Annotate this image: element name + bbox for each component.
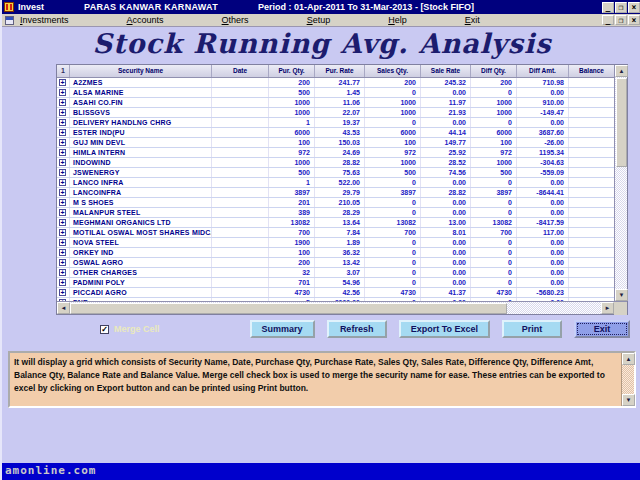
table-row[interactable]: +NOVA STEEL19001.8900.0000.00 — [57, 238, 614, 248]
menu-item-investments[interactable]: Investments — [20, 15, 69, 25]
cell-pur-rate: 3.07 — [315, 268, 365, 277]
expand-plus-icon[interactable]: + — [59, 289, 66, 296]
cell-diff-amt: -26.00 — [517, 138, 569, 147]
expand-plus-icon[interactable]: + — [59, 209, 66, 216]
expand-plus-icon[interactable]: + — [59, 159, 66, 166]
column-header-pur-rate[interactable]: Pur. Rate — [315, 65, 365, 77]
expand-plus-icon[interactable]: + — [59, 149, 66, 156]
mdi-restore-icon[interactable]: ❐ — [615, 15, 627, 25]
expand-plus-icon[interactable]: + — [59, 189, 66, 196]
expand-plus-icon[interactable]: + — [59, 139, 66, 146]
cell-sales-qty: 13082 — [365, 218, 421, 227]
cell-pur-rate: 24.69 — [315, 148, 365, 157]
expand-plus-icon[interactable]: + — [59, 229, 66, 236]
expand-plus-icon[interactable]: + — [59, 119, 66, 126]
column-header-pur-qty[interactable]: Pur. Qty. — [269, 65, 315, 77]
scroll-up-icon[interactable]: ▲ — [615, 65, 628, 77]
table-row[interactable]: +INDOWIND100028.82100028.521000-304.63 — [57, 158, 614, 168]
menu-item-accounts[interactable]: Accounts — [127, 15, 164, 25]
description-scrollbar[interactable]: ▲ ▼ — [621, 353, 634, 406]
restore-icon[interactable]: ❐ — [615, 2, 627, 13]
cell-diff-amt: 0.00 — [517, 208, 569, 217]
table-row[interactable]: +MOTILAL OSWAL MOST SHARES MIDCAI7007.84… — [57, 228, 614, 238]
menu-item-exit[interactable]: Exit — [465, 15, 480, 25]
table-row[interactable]: +OSWAL AGRO20013.4200.0000.00 — [57, 258, 614, 268]
expand-plus-icon[interactable]: + — [59, 239, 66, 246]
expand-plus-icon[interactable]: + — [59, 79, 66, 86]
desc-scroll-down-icon[interactable]: ▼ — [622, 394, 635, 406]
table-row[interactable]: +LANCO INFRA1522.0000.0000.00 — [57, 178, 614, 188]
expand-plus-icon[interactable]: + — [59, 259, 66, 266]
scroll-down-icon[interactable]: ▼ — [615, 289, 628, 301]
row-selector-cell: + — [57, 78, 70, 87]
cell-pur-rate: 13.42 — [315, 258, 365, 267]
column-header-date[interactable]: Date — [212, 65, 269, 77]
expand-plus-icon[interactable]: + — [59, 109, 66, 116]
close-icon[interactable]: × — [628, 2, 640, 13]
cell-sales-qty: 1000 — [365, 108, 421, 117]
horizontal-scroll-track[interactable] — [507, 302, 601, 314]
column-header-security-name[interactable]: Security Name — [70, 65, 212, 77]
scroll-right-icon[interactable]: ► — [601, 302, 614, 314]
table-row[interactable]: +LANCOINFRA389729.79389728.823897-8644.4… — [57, 188, 614, 198]
menu-item-others[interactable]: Others — [222, 15, 249, 25]
table-row[interactable]: +ORKEY IND10036.3200.0000.00 — [57, 248, 614, 258]
cell-diff-amt: 710.98 — [517, 78, 569, 87]
table-row[interactable]: +PADMINI POLY70154.9600.0000.00 — [57, 278, 614, 288]
description-text[interactable]: It will display a grid which consists of… — [10, 353, 621, 406]
table-row[interactable]: +JSWENERGY50075.6350074.56500-559.09 — [57, 168, 614, 178]
table-row[interactable]: +ESTER IND(PU600043.53600044.1460003687.… — [57, 128, 614, 138]
table-row[interactable]: +MALANPUR STEEL38928.2900.0000.00 — [57, 208, 614, 218]
mdi-minimize-icon[interactable]: _ — [602, 15, 614, 25]
expand-plus-icon[interactable]: + — [59, 249, 66, 256]
merge-cell-control[interactable]: ✓ Merge Cell — [100, 324, 160, 334]
expand-plus-icon[interactable]: + — [59, 179, 66, 186]
table-row[interactable]: +MEGHMANI ORGANICS LTD1308213.641308213.… — [57, 218, 614, 228]
cell-pur-rate: 28.29 — [315, 208, 365, 217]
column-header-balance[interactable]: Balance — [569, 65, 614, 77]
cell-diff-amt: 1195.34 — [517, 148, 569, 157]
expand-plus-icon[interactable]: + — [59, 219, 66, 226]
horizontal-scroll-thumb[interactable] — [70, 303, 507, 314]
print-button[interactable]: Print — [502, 320, 562, 338]
column-header-diff-qty[interactable]: Diff Qty. — [471, 65, 517, 77]
desc-scroll-up-icon[interactable]: ▲ — [622, 353, 635, 365]
menu-item-help[interactable]: Help — [388, 15, 407, 25]
table-row[interactable]: +BLISSGVS100022.07100021.931000-149.47 — [57, 108, 614, 118]
scroll-left-icon[interactable]: ◄ — [57, 302, 70, 314]
table-row[interactable]: +PICCADI AGRO473042.56473041.374730-5680… — [57, 288, 614, 298]
table-row[interactable]: +OTHER CHARGES323.0700.0000.00 — [57, 268, 614, 278]
expand-plus-icon[interactable]: + — [59, 279, 66, 286]
table-row[interactable]: +HIMLA INTERN97224.6997225.929721195.34 — [57, 148, 614, 158]
mdi-close-icon[interactable]: × — [628, 15, 640, 25]
vertical-scroll-track[interactable] — [615, 168, 627, 289]
refresh-button[interactable]: Refresh — [327, 320, 387, 338]
summary-button[interactable]: Summary — [250, 320, 315, 338]
record-selector-header[interactable]: 1 — [57, 65, 70, 77]
vertical-scrollbar[interactable]: ▲ ▼ — [614, 65, 627, 301]
horizontal-scrollbar[interactable]: ◄ ► — [57, 301, 627, 314]
column-header-sale-rate[interactable]: Sale Rate — [421, 65, 471, 77]
column-header-sales-qty[interactable]: Sales Qty. — [365, 65, 421, 77]
vertical-scroll-thumb[interactable] — [616, 78, 627, 167]
table-row[interactable]: +ALSA MARINE5001.4500.0000.00 — [57, 88, 614, 98]
minimize-icon[interactable]: _ — [602, 2, 614, 13]
desc-scroll-track[interactable] — [622, 365, 634, 394]
expand-plus-icon[interactable]: + — [59, 199, 66, 206]
table-row[interactable]: +A2ZMES200241.77200245.32200710.98 — [57, 78, 614, 88]
exit-button[interactable]: Exit — [574, 320, 630, 338]
merge-cell-checkbox[interactable]: ✓ — [100, 325, 109, 334]
expand-plus-icon[interactable]: + — [59, 169, 66, 176]
expand-plus-icon[interactable]: + — [59, 129, 66, 136]
table-row[interactable]: +M S SHOES201210.0500.0000.00 — [57, 198, 614, 208]
expand-plus-icon[interactable]: + — [59, 99, 66, 106]
table-row[interactable]: +DELIVERY HANDLNG CHRG119.3700.0000.00 — [57, 118, 614, 128]
expand-plus-icon[interactable]: + — [59, 89, 66, 96]
cell-balance — [569, 268, 614, 277]
table-row[interactable]: +ASAHI CO.FIN100011.06100011.971000910.0… — [57, 98, 614, 108]
expand-plus-icon[interactable]: + — [59, 269, 66, 276]
menu-item-setup[interactable]: Setup — [307, 15, 331, 25]
column-header-diff-amt[interactable]: Diff Amt. — [517, 65, 569, 77]
table-row[interactable]: +GUJ MIN DEVL100150.03100149.77100-26.00 — [57, 138, 614, 148]
export-to-excel-button[interactable]: Export To Excel — [399, 320, 490, 338]
